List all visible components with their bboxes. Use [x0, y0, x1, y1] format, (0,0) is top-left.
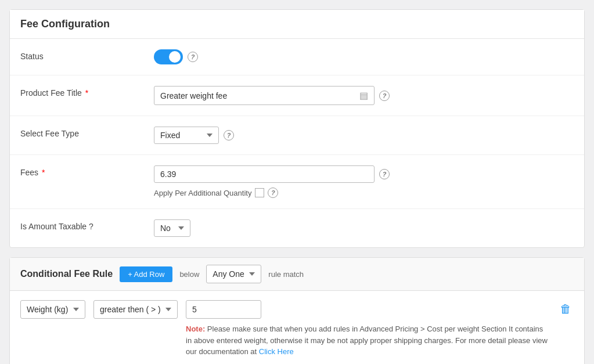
select-fee-type-field: Fixed Percentage ? [154, 127, 574, 144]
apply-per-checkbox[interactable] [255, 188, 264, 197]
status-label: Status [20, 49, 154, 61]
product-fee-title-row: Product Fee Title * ▤ ? [10, 75, 584, 116]
select-fee-type-label: Select Fee Type [20, 127, 154, 138]
fees-help-icon[interactable]: ? [379, 169, 390, 179]
status-field: ? [154, 49, 574, 64]
product-fee-title-input[interactable] [160, 91, 356, 100]
status-row: Status ? [10, 39, 584, 75]
rule-match-text: rule match [268, 270, 304, 279]
product-fee-title-field: ▤ ? [154, 86, 574, 105]
delete-row-icon[interactable]: 🗑 [557, 300, 574, 318]
add-row-button[interactable]: + Add Row [120, 266, 172, 282]
taxable-select[interactable]: No Yes [154, 219, 190, 237]
conditional-header: Conditional Fee Rule + Add Row below Any… [10, 258, 584, 291]
select-fee-type-row: Select Fee Type Fixed Percentage ? [10, 116, 584, 155]
conditional-title: Conditional Fee Rule [20, 269, 113, 279]
below-text: below [179, 270, 199, 279]
product-fee-title-help-icon[interactable]: ? [379, 91, 390, 101]
conditional-rule-row: Weight (kg) Price Quantity greater then … [10, 291, 584, 364]
fee-type-help-icon[interactable]: ? [224, 130, 234, 140]
fee-type-select[interactable]: Fixed Percentage [154, 127, 219, 144]
note-box: Note: Please make sure that when you add… [186, 323, 549, 358]
status-help-icon[interactable]: ? [188, 52, 198, 62]
conditional-fee-rule-card: Conditional Fee Rule + Add Row below Any… [9, 257, 585, 364]
apply-per-row: Apply Per Additional Quantity ? [154, 188, 390, 198]
fees-field-wrapper: ? Apply Per Additional Quantity ? [154, 165, 390, 198]
condition-value-input[interactable] [186, 300, 261, 319]
operator-select[interactable]: greater then ( > ) less then ( < ) equal… [93, 300, 178, 319]
fees-row: Fees * ? Apply Per Additional Quantity ? [10, 155, 584, 209]
note-text: Please make sure that when you add rules… [186, 325, 548, 356]
note-label: Note: [186, 325, 205, 333]
taxable-field: No Yes [154, 219, 574, 237]
note-link[interactable]: Click Here [259, 347, 294, 356]
status-toggle[interactable] [154, 49, 183, 64]
product-fee-title-input-wrapper[interactable]: ▤ [154, 86, 375, 105]
page-title: Fee Configuration [10, 10, 584, 39]
condition-value-wrapper: Note: Please make sure that when you add… [186, 300, 549, 358]
apply-per-label: Apply Per Additional Quantity [154, 189, 251, 197]
taxable-label: Is Amount Taxable ? [20, 219, 154, 231]
any-one-select[interactable]: Any One All [206, 265, 261, 283]
fees-field: ? Apply Per Additional Quantity ? [154, 165, 574, 198]
title-field-icon: ▤ [359, 90, 368, 101]
fees-label: Fees * [20, 165, 154, 177]
apply-per-help-icon[interactable]: ? [268, 188, 278, 198]
condition-type-select[interactable]: Weight (kg) Price Quantity [20, 300, 85, 319]
taxable-row: Is Amount Taxable ? No Yes [10, 209, 584, 247]
fees-input[interactable] [154, 165, 375, 183]
product-fee-title-label: Product Fee Title * [20, 86, 154, 98]
required-star: * [85, 88, 88, 98]
fees-required-star: * [42, 168, 45, 177]
